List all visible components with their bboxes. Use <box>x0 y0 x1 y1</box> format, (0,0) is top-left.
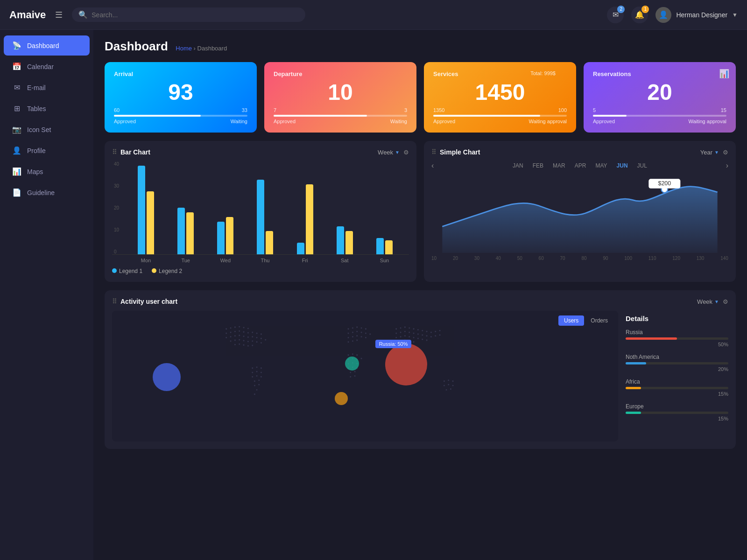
region-details: Russia 50% Noth America 20% Africa 15% E… <box>626 329 728 421</box>
svg-rect-109 <box>435 335 436 336</box>
bar-group-tue <box>166 208 205 254</box>
bar-groups <box>126 161 404 254</box>
bar-group-fri <box>285 184 325 254</box>
arrival-label: Arrival <box>114 70 247 77</box>
activity-header: ⠿ Activity user chart Week ▼ ⚙ <box>112 298 728 305</box>
svg-rect-113 <box>404 335 406 336</box>
mail-button[interactable]: ✉ 2 <box>607 7 624 23</box>
svg-rect-98 <box>435 331 436 332</box>
sidebar-item-calendar[interactable]: 📅 Calendar <box>4 56 90 77</box>
details-title: Details <box>626 315 728 322</box>
svg-rect-89 <box>395 328 397 329</box>
svg-rect-40 <box>261 367 262 369</box>
month-next-icon[interactable]: › <box>726 161 728 170</box>
detail-bar <box>626 387 728 389</box>
map-tooltip: Russia: 50% <box>375 340 412 348</box>
svg-rect-11 <box>247 332 249 334</box>
bubble-africa <box>335 392 348 405</box>
svg-rect-105 <box>417 334 419 335</box>
map-area: Users Orders <box>112 311 618 441</box>
simple-chart-title: ⠿ Simple Chart <box>431 148 480 156</box>
svg-rect-60 <box>356 331 358 332</box>
dashboard-icon: 📡 <box>12 41 21 50</box>
month-feb[interactable]: FEB <box>533 162 543 169</box>
svg-rect-58 <box>348 333 349 334</box>
svg-rect-87 <box>350 376 351 378</box>
simple-chart-period[interactable]: Year ▼ <box>700 149 719 156</box>
svg-rect-123 <box>413 341 415 343</box>
month-prev-icon[interactable]: ‹ <box>431 161 434 170</box>
detail-label: Europe <box>626 403 728 410</box>
month-mar[interactable]: MAR <box>553 162 565 169</box>
month-may[interactable]: MAY <box>595 162 607 169</box>
user-menu[interactable]: 👤 Herman Designer ▼ <box>655 7 738 23</box>
services-stats: 1350 100 <box>433 107 567 113</box>
tables-icon: ⊞ <box>12 104 21 113</box>
sidebar-item-email[interactable]: ✉ E-mail <box>4 77 90 98</box>
arrival-number: 93 <box>114 81 247 104</box>
detail-pct: 50% <box>626 342 728 347</box>
reservations-labels: Approved Waiting approval <box>593 119 726 124</box>
svg-rect-14 <box>261 334 262 335</box>
sidebar-item-iconset[interactable]: 📷 Icon Set <box>4 119 90 140</box>
svg-rect-28 <box>243 340 245 342</box>
svg-rect-10 <box>243 331 245 333</box>
detail-label: Russia <box>626 329 728 336</box>
sidebar-item-dashboard[interactable]: 📡 Dashboard <box>4 35 90 56</box>
svg-rect-88 <box>354 375 356 377</box>
simple-chart-settings-icon[interactable]: ⚙ <box>723 149 728 156</box>
chart-icon: 📊 <box>719 69 729 79</box>
top-bar: Amaive ☰ 🔍 ✉ 2 🔔 1 👤 Herman Designer ▼ <box>0 0 747 30</box>
x-label-120: 120 <box>672 256 680 261</box>
departure-label: Departure <box>274 70 407 77</box>
legend1: Legend 1 <box>112 268 142 274</box>
arrival-bar-fill <box>114 115 201 117</box>
svg-rect-107 <box>426 335 428 336</box>
svg-rect-51 <box>256 389 258 391</box>
toggle-orders[interactable]: Orders <box>585 315 613 326</box>
detail-item-africa: Africa 15% <box>626 378 728 397</box>
bar-chart-area: 010203040 <box>112 161 409 255</box>
toggle-users[interactable]: Users <box>558 315 584 326</box>
svg-rect-56 <box>361 327 362 329</box>
notification-button[interactable]: 🔔 1 <box>631 7 648 23</box>
sidebar-item-tables[interactable]: ⊞ Tables <box>4 98 90 119</box>
svg-rect-97 <box>430 332 432 333</box>
month-jun[interactable]: JUN <box>617 162 628 169</box>
sidebar-item-guideline[interactable]: 📄 Guideline <box>4 182 90 203</box>
bar-chart-title: ⠿ Bar Chart <box>112 148 150 156</box>
month-jan[interactable]: JAN <box>513 162 523 169</box>
svg-rect-68 <box>365 337 366 338</box>
arrival-bar <box>114 115 247 117</box>
breadcrumb: Home › Dashboard <box>176 45 227 52</box>
activity-period[interactable]: Week ▼ <box>697 298 719 305</box>
bar-yellow-4 <box>306 184 313 254</box>
month-apr[interactable]: APR <box>575 162 586 169</box>
activity-inner: Users Orders <box>112 311 728 441</box>
day-label-mon: Mon <box>126 258 166 263</box>
svg-rect-126 <box>452 380 454 382</box>
month-list: JANFEBMARAPRMAYJUNJUL <box>513 162 647 169</box>
sidebar-item-maps[interactable]: 📊 Maps <box>4 161 90 182</box>
x-label-10: 10 <box>431 256 437 261</box>
bar-chart-period[interactable]: Week ▼ <box>378 149 400 156</box>
maps-icon: 📊 <box>12 167 21 176</box>
breadcrumb-home[interactable]: Home <box>176 45 192 52</box>
simple-chart-svg: $200 <box>431 174 728 253</box>
search-input[interactable] <box>92 11 299 19</box>
svg-rect-71 <box>356 340 358 341</box>
reservations-bar <box>593 115 726 117</box>
activity-settings-icon[interactable]: ⚙ <box>723 298 728 305</box>
search-bar: 🔍 <box>72 7 305 22</box>
svg-rect-34 <box>239 343 240 345</box>
bar-cyan-2 <box>217 222 225 254</box>
bar-chart-settings-icon[interactable]: ⚙ <box>403 149 409 156</box>
sidebar-label-email: E-mail <box>27 84 46 91</box>
departure-left-label: Approved <box>274 119 296 124</box>
reservations-right-val: 15 <box>721 107 726 113</box>
sidebar-label-guideline: Guideline <box>27 189 55 196</box>
x-label-90: 90 <box>603 256 608 261</box>
sidebar-item-profile[interactable]: 👤 Profile <box>4 140 90 161</box>
menu-icon[interactable]: ☰ <box>55 10 63 20</box>
month-jul[interactable]: JUL <box>637 162 647 169</box>
